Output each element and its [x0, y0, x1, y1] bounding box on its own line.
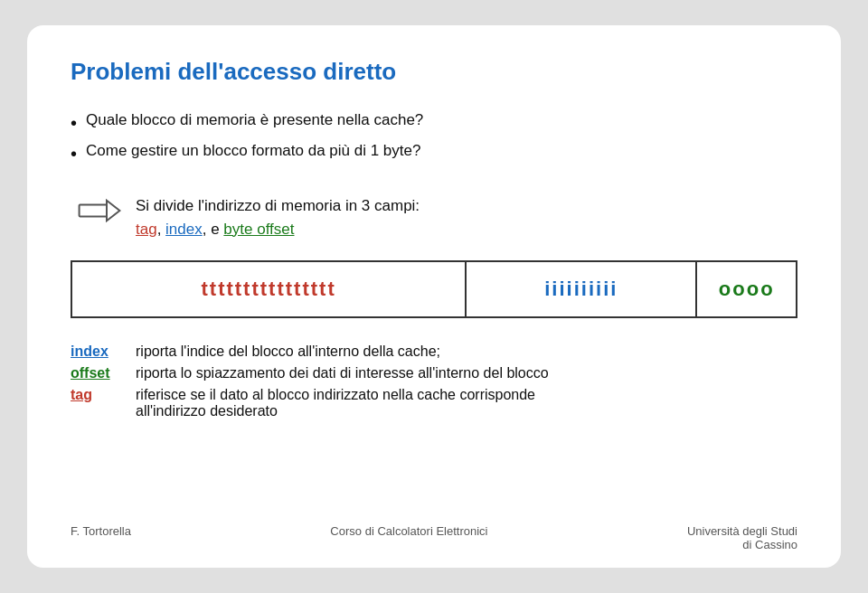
arrow-text-line1: Si divide l'indirizzo di memoria in 3 ca…	[136, 197, 420, 214]
slide-title: Problemi dell'accesso diretto	[71, 58, 797, 86]
footer-center: Corso di Calcolatori Elettronici	[330, 524, 487, 551]
byteoffset-link: byte offset	[223, 221, 294, 238]
bullet-list: • Quale blocco di memoria è presente nel…	[71, 111, 797, 173]
between: , e	[203, 221, 224, 238]
index-link: index	[165, 221, 203, 238]
memory-diagram: tttttttttttttttt iiiiiiiiii oooo	[71, 260, 797, 318]
definitions-block: index riporta l'indice del blocco all'in…	[71, 344, 797, 419]
def-row-index: index riporta l'indice del blocco all'in…	[71, 344, 797, 360]
bullet-dot-1: •	[71, 111, 77, 135]
def-row-offset: offset riporta lo spiazzamento dei dati …	[71, 365, 797, 381]
svg-rect-0	[80, 205, 107, 217]
def-val-offset: riporta lo spiazzamento dei dati di inte…	[136, 365, 549, 381]
slide: Problemi dell'accesso diretto • Quale bl…	[27, 25, 841, 568]
footer: F. Tortorella Corso di Calcolatori Elett…	[27, 524, 841, 551]
def-val-index: riporta l'indice del blocco all'interno …	[136, 344, 440, 360]
footer-left: F. Tortorella	[71, 524, 131, 551]
bullet-item-2: • Come gestire un blocco formato da più …	[71, 142, 797, 165]
def-key-tag: tag	[71, 387, 125, 403]
diagram-tag: tttttttttttttttt	[72, 262, 467, 316]
diagram-index: iiiiiiiiii	[467, 262, 697, 316]
arrow-row: Si divide l'indirizzo di memoria in 3 ca…	[78, 194, 797, 240]
def-row-tag: tag riferisce se il dato al blocco indir…	[71, 387, 797, 419]
sep1: ,	[157, 221, 165, 238]
arrow-icon	[78, 196, 121, 225]
def-key-offset: offset	[71, 365, 125, 381]
def-val-tag: riferisce se il dato al blocco indirizza…	[136, 387, 535, 419]
diagram-offset: oooo	[697, 262, 796, 316]
bullet-item-1: • Quale blocco di memoria è presente nel…	[71, 111, 797, 135]
arrow-text-block: Si divide l'indirizzo di memoria in 3 ca…	[136, 194, 420, 240]
bullet-text-2: Come gestire un blocco formato da più di…	[86, 142, 420, 160]
bullet-text-1: Quale blocco di memoria è presente nella…	[86, 111, 423, 129]
tag-link: tag	[136, 221, 157, 238]
svg-marker-1	[107, 201, 119, 221]
def-key-index: index	[71, 344, 125, 360]
bullet-dot-2: •	[71, 142, 77, 165]
footer-right: Università degli Studi di Cassino	[687, 524, 797, 551]
